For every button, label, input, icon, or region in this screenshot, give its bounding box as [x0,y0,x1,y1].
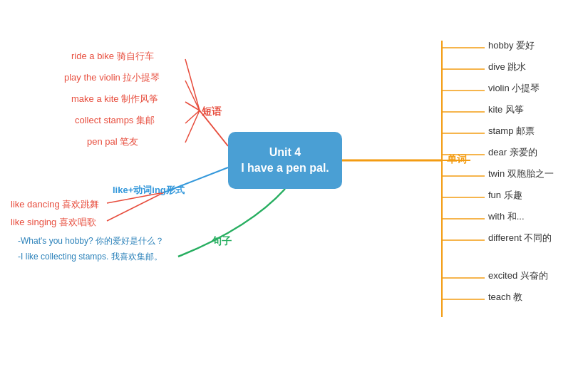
vocab-item-11: excited 兴奋的 [488,269,548,282]
svg-line-19 [185,110,200,143]
svg-line-22 [107,192,164,221]
svg-line-15 [185,59,200,110]
vocab-item-3: violin 小提琴 [488,82,540,95]
phrase-branch-label: 短语 [202,105,222,118]
vocab-item-10: different 不同的 [488,232,552,244]
phrase-item-3: make a kite 制作风筝 [71,93,158,105]
center-title: Unit 4I have a pen pal. [241,145,329,177]
vocab-item-7: twin 双胞胎之一 [488,167,554,180]
svg-line-16 [185,81,200,110]
vocab-item-12: teach 教 [488,291,522,304]
like-item-1: like dancing 喜欢跳舞 [11,198,99,211]
phrase-item-4: collect stamps 集邮 [75,114,155,127]
sentence-branch-label: 句子 [212,235,232,248]
like-item-2: like singing 喜欢唱歌 [11,216,96,229]
like-form-label: like+动词ing形式 [113,184,185,197]
svg-line-17 [185,102,200,110]
phrase-item-5: pen pal 笔友 [87,135,138,148]
center-node: Unit 4I have a pen pal. [228,132,342,189]
vocab-item-8: fun 乐趣 [488,189,522,202]
phrase-item-1: ride a bike 骑自行车 [71,50,154,63]
vocab-item-2: dive 跳水 [488,61,526,73]
sentence-item-2: -I like collecting stamps. 我喜欢集邮。 [18,251,163,263]
phrase-item-2: play the violin 拉小提琴 [64,71,160,84]
vocab-item-5: stamp 邮票 [488,125,535,138]
vocab-item-9: with 和... [488,210,525,223]
vocab-item-1: hobby 爱好 [488,39,535,52]
sentence-item-1: -What's you hobby? 你的爱好是什么？ [18,235,164,247]
vocab-item-4: kite 风筝 [488,103,524,116]
svg-line-18 [185,110,200,123]
vocab-branch-label: 单词 [447,153,467,166]
vocab-item-6: dear 亲爱的 [488,146,537,159]
